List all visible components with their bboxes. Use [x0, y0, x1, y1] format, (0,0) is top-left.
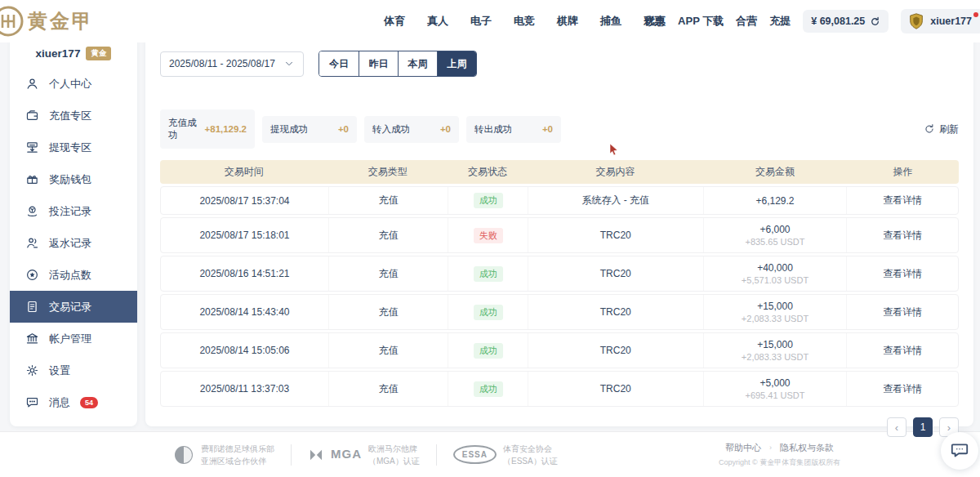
cell-type: 充值 [328, 218, 448, 252]
sidebar-item-label: 提现专区 [49, 140, 91, 155]
status-badge: 成功 [474, 381, 503, 397]
nav-chess-cards[interactable]: 棋牌 [557, 14, 578, 29]
summary-row: 充值成功 +81,129.2 提现成功 +0 转入成功 +0 转出成功 +0 刷… [160, 109, 959, 149]
messages-count-badge: 54 [80, 397, 98, 408]
cell-type: 充值 [328, 256, 448, 291]
sidebar-item-withdrawal-zone[interactable]: 提现专区 [10, 132, 137, 163]
sidebar-item-personal-center[interactable]: 个人中心 [10, 68, 137, 100]
cell-status: 成功 [448, 187, 528, 214]
period-tabs: 今日 昨日 本周 上周 [318, 51, 477, 77]
sidebar-item-transaction-records[interactable]: 交易记录 [10, 291, 137, 323]
help-center-link[interactable]: 帮助中心 [725, 442, 761, 454]
cell-time: 2025/08/11 13:37:03 [161, 372, 328, 406]
amount-usdt: +2,083.33 USDT [742, 352, 808, 362]
sidebar-item-settings[interactable]: 设置 [10, 354, 137, 386]
date-range-picker[interactable]: 2025/08/11 - 2025/08/17 [160, 51, 304, 77]
sidebar-username: xiuer177 [36, 47, 81, 60]
top-right: 优惠 APP 下载 合营 充提 ¥ 69,081.25 xiuer177 [644, 9, 980, 33]
amount-usdt: +695.41 USDT [745, 390, 804, 400]
view-details-link[interactable]: 查看详情 [883, 344, 922, 358]
prev-page-button[interactable]: ‹ [887, 417, 906, 437]
tab-yesterday[interactable]: 昨日 [359, 51, 398, 76]
col-content: 交易内容 [528, 165, 703, 179]
view-details-link[interactable]: 查看详情 [883, 229, 922, 243]
gear-icon [25, 363, 39, 377]
cell-amount: +5,000+695.41 USDT [703, 372, 847, 406]
privacy-terms-link[interactable]: 隐私权与条款 [780, 442, 834, 454]
cell-action: 查看详情 [846, 333, 958, 368]
chevron-right-icon: › [769, 444, 772, 452]
amount-usdt: +835.65 USDT [745, 237, 804, 247]
tab-last-week[interactable]: 上周 [437, 51, 476, 76]
promo-link[interactable]: 优惠 [644, 14, 666, 29]
sidebar-item-account-management[interactable]: 帐户管理 [10, 323, 137, 354]
nav-live-casino[interactable]: 真人 [427, 14, 448, 29]
mouse-cursor [609, 144, 618, 155]
wallet-icon [25, 109, 39, 123]
view-details-link[interactable]: 查看详情 [883, 267, 922, 281]
partnership-link[interactable]: 合营 [736, 14, 757, 29]
tab-today[interactable]: 今日 [319, 51, 359, 76]
status-badge: 成功 [474, 193, 503, 208]
date-range-value: 2025/08/11 - 2025/08/17 [169, 58, 275, 69]
page-1-button[interactable]: 1 [913, 417, 933, 437]
bet-record-icon [25, 204, 39, 218]
status-badge: 失败 [474, 228, 503, 243]
stat-withdraw-success: 提现成功 +0 [262, 116, 357, 143]
stat-value: +81,129.2 [205, 124, 247, 134]
balance-pill[interactable]: ¥ 69,081.25 [803, 10, 889, 33]
cell-status: 成功 [448, 256, 528, 291]
cell-type: 充值 [328, 187, 448, 214]
feyenoord-logo-icon [173, 444, 194, 466]
sidebar-item-reward-wallet[interactable]: 奖励钱包 [10, 163, 137, 195]
stat-label: 转入成功 [372, 123, 410, 136]
refresh-button[interactable]: 刷新 [924, 123, 959, 136]
nav-esports[interactable]: 电竞 [514, 14, 535, 29]
col-status: 交易状态 [448, 165, 528, 179]
chat-bubble-icon [949, 440, 970, 461]
withdraw-icon [25, 140, 39, 154]
cell-status: 成功 [448, 333, 528, 368]
stat-value: +0 [440, 124, 451, 134]
mga-logo-text: MGA [331, 445, 362, 464]
refresh-icon [870, 16, 880, 27]
main-nav: 体育 真人 电子 电竞 棋牌 捕鱼 彩票 [384, 14, 665, 29]
sidebar-item-label: 返水记录 [49, 236, 91, 251]
cell-time: 2025/08/14 15:05:06 [161, 333, 328, 368]
essa-logo-text: ESSA [453, 445, 497, 464]
logo-text: 黄金甲 [28, 8, 94, 34]
balance-amount: ¥ 69,081.25 [811, 16, 865, 27]
gift-icon [25, 172, 39, 186]
app-download-link[interactable]: APP 下载 [678, 14, 724, 29]
cell-amount: +6,129.2 [703, 187, 847, 214]
sidebar-item-rebate-records[interactable]: 返水记录 [10, 227, 137, 259]
stat-transfer-out-success: 转出成功 +0 [466, 116, 561, 143]
cell-status: 成功 [448, 295, 528, 329]
view-details-link[interactable]: 查看详情 [883, 305, 922, 319]
transactions-doc-icon [25, 300, 39, 314]
bank-icon [25, 332, 39, 345]
view-details-link[interactable]: 查看详情 [883, 194, 922, 207]
stat-value: +0 [338, 124, 349, 134]
nav-sports[interactable]: 体育 [384, 14, 405, 29]
view-details-link[interactable]: 查看详情 [883, 382, 922, 396]
cell-amount: +15,000+2,083.33 USDT [703, 333, 847, 368]
amount-usdt: +5,571.03 USDT [742, 275, 808, 285]
customer-service-button[interactable] [941, 432, 978, 470]
nav-fishing[interactable]: 捕鱼 [600, 14, 621, 29]
message-icon [25, 395, 39, 409]
nav-slots[interactable]: 电子 [470, 14, 492, 29]
sidebar-item-messages[interactable]: 消息 54 [10, 386, 137, 418]
tab-this-week[interactable]: 本周 [398, 51, 437, 76]
user-menu[interactable]: xiuer177 [901, 9, 980, 33]
sidebar-item-betting-records[interactable]: 投注记录 [10, 195, 137, 227]
cell-action: 查看详情 [846, 372, 958, 406]
stat-transfer-in-success: 转入成功 +0 [364, 116, 459, 143]
sidebar-item-activity-points[interactable]: 活动点数 [10, 259, 137, 291]
cell-action: 查看详情 [846, 218, 958, 252]
pagination: ‹ 1 › [160, 417, 959, 437]
cell-amount: +15,000+2,083.33 USDT [703, 295, 847, 329]
site-logo[interactable]: 黄金甲 [0, 3, 94, 39]
deposit-withdraw-link[interactable]: 充提 [769, 14, 791, 29]
sidebar-item-deposit-zone[interactable]: 充值专区 [10, 100, 137, 132]
